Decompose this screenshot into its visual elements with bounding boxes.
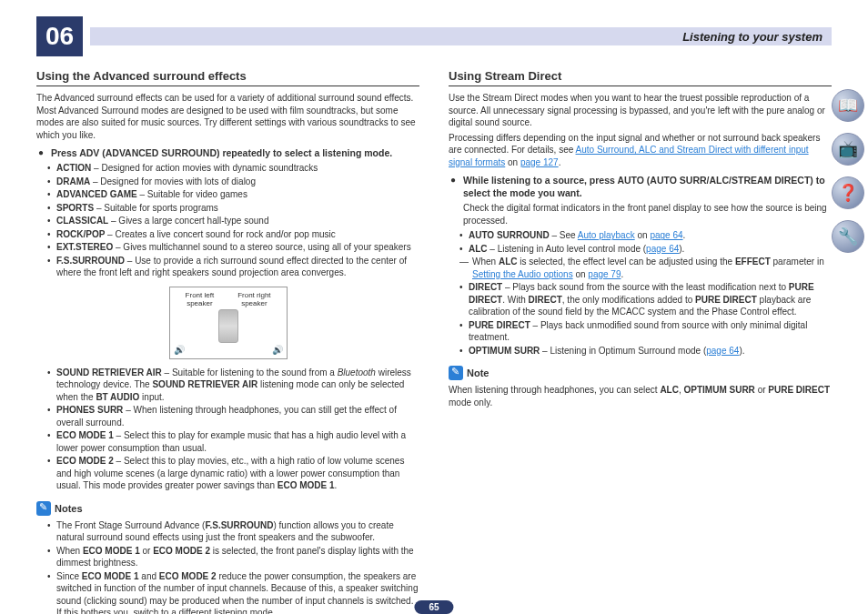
list-item: EXT.STEREO – Gives multichannel sound to… [45,241,419,254]
list-item: ECO MODE 2 – Select this to play movies,… [45,455,419,492]
link-page127[interactable]: page 127 [520,157,559,167]
thumb-tools-icon[interactable]: 🔧 [832,220,864,253]
chapter-number: 06 [36,16,83,56]
list-item: OPTIMUM SURR – Listening in Optimum Surr… [458,345,832,357]
link-page64b[interactable]: page 64 [646,244,679,254]
list-item: DIRECT – Plays back sound from the sourc… [458,281,832,318]
thumb-device-icon[interactable]: 📺 [832,133,864,166]
page-number: 65 [414,600,453,614]
right-intro2: Processing differs depending on the inpu… [449,132,832,169]
thumb-help-icon[interactable]: ❓ [832,176,864,209]
list-item: PHONES SURR – When listening through hea… [45,404,419,428]
list-item: DRAMA – Designed for movies with lots of… [45,176,419,188]
list-item: SOUND RETRIEVER AIR – Suitable for liste… [45,367,419,404]
list-item: CLASSICAL – Gives a large concert hall-t… [45,215,419,227]
list-item: PURE DIRECT – Plays back unmodified soun… [458,319,832,344]
list-item: ACTION – Designed for action movies with… [45,162,419,175]
right-step-sub: Check the digital format indicators in t… [449,202,832,226]
thumb-book-icon[interactable]: 📖 [832,89,864,122]
side-thumbs: 📖 📺 ❓ 🔧 [832,89,864,253]
link-audio-options[interactable]: Setting the Audio options [472,269,573,279]
notes-header: Notes [36,501,419,516]
note-icon [36,501,51,516]
list-item: SPORTS – Suitable for sports programs [45,202,419,215]
right-note: When listening through headphones, you c… [449,384,832,408]
link-page79[interactable]: page 79 [588,269,621,279]
header-bar: Listening to your system [90,27,832,45]
link-page64a[interactable]: page 64 [650,230,682,240]
list-item: AUTO SURROUND – See Auto playback on pag… [458,229,832,242]
note-header-r: Note [449,366,832,380]
note-icon [449,366,463,380]
mode-list-2: SOUND RETRIEVER AIR – Suitable for liste… [45,367,419,492]
right-intro: Use the Stream Direct modes when you wan… [449,92,832,129]
left-step: Press ADV (ADVANCED SURROUND) repeatedly… [36,146,419,159]
left-column: Using the Advanced surround effects The … [36,69,419,614]
speaker-diagram: Front left speakerFront right speaker 🔊🔊 [169,287,288,359]
list-item: ADVANCED GAME – Suitable for video games [45,188,419,201]
section-title: Listening to your system [682,30,823,44]
right-mode-list2: DIRECT – Plays back sound from the sourc… [458,281,832,357]
right-heading: Using Stream Direct [449,69,832,86]
right-column: Using Stream Direct Use the Stream Direc… [449,69,832,614]
link-autoplayback[interactable]: Auto playback [578,230,635,240]
right-mode-list: AUTO SURROUND – See Auto playback on pag… [458,229,832,255]
list-item: When ECO MODE 1 or ECO MODE 2 is selecte… [45,545,419,569]
page-header: 06 Listening to your system [36,16,832,56]
link-page64c[interactable]: page 64 [706,346,739,356]
list-item: ECO MODE 1 – Select this to play for exa… [45,429,419,454]
left-heading: Using the Advanced surround effects [36,69,419,86]
left-intro: The Advanced surround effects can be use… [36,92,419,141]
list-item: F.S.SURROUND – Use to provide a rich sur… [45,255,419,279]
list-item: ROCK/POP – Creates a live concert sound … [45,228,419,241]
right-step: While listening to a source, press AUTO … [449,174,832,199]
list-item: The Front Stage Surround Advance (F.S.SU… [45,519,419,544]
list-item: Since ECO MODE 1 and ECO MODE 2 reduce t… [45,570,419,614]
mode-list: ACTION – Designed for action movies with… [45,162,419,279]
notes-list: The Front Stage Surround Advance (F.S.SU… [45,519,419,614]
sub-note: When ALC is selected, the effect level c… [449,256,832,280]
list-item: ALC – Listening in Auto level control mo… [458,243,832,256]
